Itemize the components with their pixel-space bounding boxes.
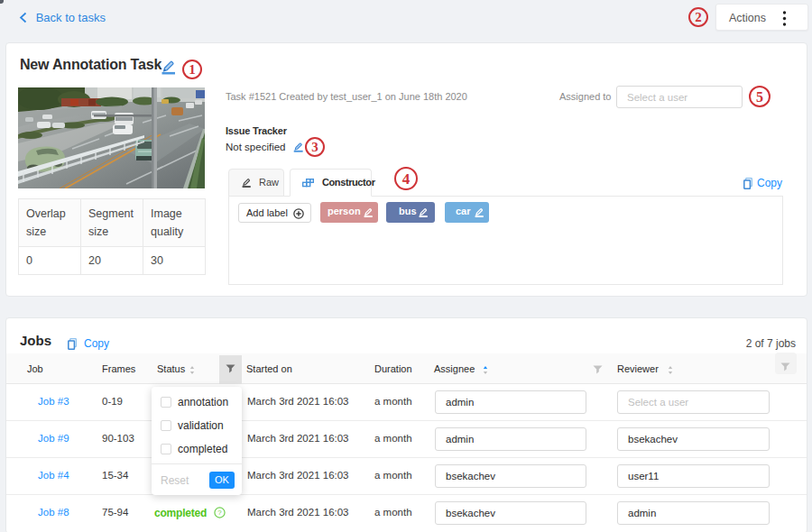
svg-text:?: ? [217,509,222,517]
